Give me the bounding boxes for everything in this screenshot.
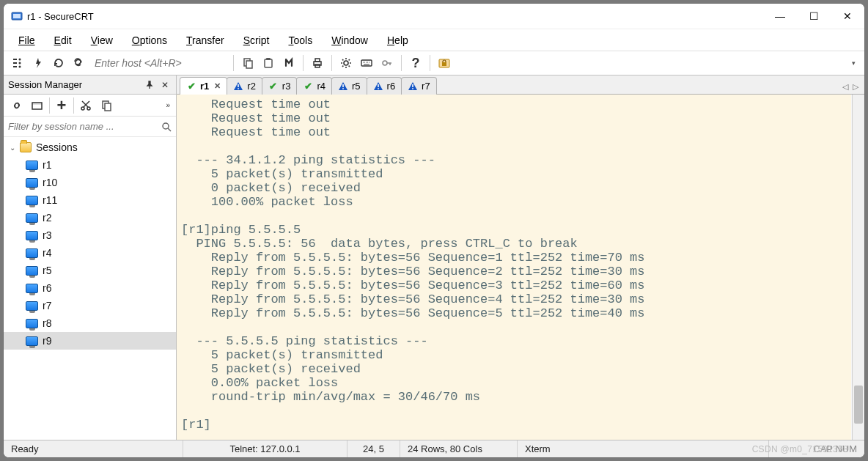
status-warn-icon: [338, 81, 348, 92]
tab-r7[interactable]: r7: [401, 77, 437, 95]
new-tab-icon[interactable]: [27, 96, 48, 115]
menu-help[interactable]: Help: [378, 32, 417, 48]
status-term-type: Xterm: [518, 440, 769, 457]
session-item-r11[interactable]: r11: [4, 191, 176, 209]
pin-icon[interactable]: [145, 81, 158, 89]
session-manager-icon[interactable]: [8, 54, 27, 73]
settings-icon[interactable]: [336, 54, 356, 73]
menu-window[interactable]: Window: [323, 32, 377, 48]
svg-point-14: [383, 61, 387, 65]
window-title: r1 - SecureCRT: [27, 11, 94, 22]
close-button[interactable]: ✕: [831, 4, 864, 29]
svg-rect-29: [378, 88, 379, 89]
collapse-icon[interactable]: ⌄: [8, 144, 17, 152]
panel-close-icon[interactable]: ✕: [158, 80, 172, 90]
monitor-icon: [26, 231, 38, 240]
monitor-icon: [26, 319, 38, 328]
menu-script[interactable]: Script: [235, 32, 279, 48]
tab-label: r5: [352, 81, 361, 92]
svg-point-19: [81, 107, 84, 110]
svg-point-20: [87, 107, 90, 110]
content-area: ✔r1✕r2✔r3✔r4r5r6r7 ◁ ▷ Request time out …: [177, 75, 864, 440]
tab-label: r7: [422, 81, 430, 92]
connect-in-tab-icon[interactable]: [70, 54, 89, 73]
cut-icon[interactable]: [76, 96, 96, 115]
menu-file[interactable]: File: [10, 32, 44, 48]
tab-strip: ✔r1✕r2✔r3✔r4r5r6r7 ◁ ▷: [177, 75, 864, 95]
session-item-r5[interactable]: r5: [4, 262, 176, 279]
tab-scroll-right-icon[interactable]: ▷: [853, 82, 858, 92]
session-item-r3[interactable]: r3: [4, 226, 176, 244]
tab-r3[interactable]: ✔r3: [262, 77, 298, 95]
menu-tools[interactable]: Tools: [279, 32, 321, 48]
menu-edit[interactable]: Edit: [45, 32, 81, 48]
session-label: r7: [41, 300, 51, 311]
lock-session-icon[interactable]: [435, 54, 454, 73]
maximize-button[interactable]: ☐: [797, 4, 831, 29]
terminal-output[interactable]: Request time out Request time out Reques…: [177, 95, 851, 440]
scrollbar-thumb[interactable]: [854, 386, 863, 424]
tab-scroll-left-icon[interactable]: ◁: [842, 82, 848, 92]
session-item-r2[interactable]: r2: [4, 209, 176, 226]
session-overflow-icon[interactable]: »: [163, 101, 173, 109]
tree-root[interactable]: ⌄ Sessions: [4, 139, 176, 156]
monitor-icon: [26, 336, 38, 346]
session-item-r4[interactable]: r4: [4, 244, 176, 262]
tab-r4[interactable]: ✔r4: [296, 77, 332, 95]
vertical-scrollbar[interactable]: [852, 95, 864, 440]
svg-rect-16: [442, 62, 446, 66]
session-item-r1[interactable]: r1: [4, 156, 176, 174]
key-icon[interactable]: [378, 54, 397, 73]
session-item-r8[interactable]: r8: [4, 314, 176, 332]
toolbar: ? ▾: [4, 51, 864, 75]
svg-rect-13: [361, 60, 372, 66]
monitor-icon: [26, 284, 38, 293]
search-icon[interactable]: [161, 122, 172, 132]
tab-r5[interactable]: r5: [331, 77, 367, 95]
toolbar-overflow-icon[interactable]: ▾: [850, 59, 860, 67]
menu-view[interactable]: View: [82, 32, 122, 48]
print-icon[interactable]: [308, 54, 327, 73]
session-item-r9[interactable]: r9: [4, 332, 176, 350]
svg-rect-10: [315, 59, 320, 62]
help-icon[interactable]: ?: [406, 54, 425, 73]
session-label: r10: [41, 177, 57, 188]
keyboard-icon[interactable]: [357, 54, 376, 73]
session-item-r7[interactable]: r7: [4, 297, 176, 314]
session-item-r6[interactable]: r6: [4, 279, 176, 297]
new-session-icon[interactable]: +: [51, 96, 72, 115]
quick-connect-icon[interactable]: [29, 54, 48, 73]
tab-r1[interactable]: ✔r1✕: [180, 77, 227, 95]
session-label: r6: [41, 282, 51, 294]
svg-point-3: [19, 62, 21, 64]
session-item-r10[interactable]: r10: [4, 174, 176, 191]
session-label: r8: [41, 317, 51, 329]
find-icon[interactable]: [279, 54, 298, 73]
title-bar[interactable]: r1 - SecureCRT — ☐ ✕: [4, 4, 864, 29]
filter-input[interactable]: [8, 121, 161, 132]
tab-r6[interactable]: r6: [367, 77, 402, 95]
session-label: r3: [41, 229, 51, 241]
minimize-button[interactable]: —: [763, 4, 797, 29]
session-tree[interactable]: ⌄ Sessions r1r10r11r2r3r4r5r6r7r8r9: [4, 137, 176, 440]
host-input[interactable]: [90, 54, 229, 72]
paste-icon[interactable]: [259, 54, 278, 73]
copy-session-icon[interactable]: [96, 96, 117, 115]
menu-options[interactable]: Options: [123, 32, 176, 48]
status-ok-icon: ✔: [268, 81, 279, 92]
session-label: r11: [41, 194, 57, 206]
tab-label: r4: [317, 81, 326, 92]
menu-transfer[interactable]: Transfer: [177, 32, 233, 48]
link-icon[interactable]: [7, 96, 27, 115]
tab-close-icon[interactable]: ✕: [214, 81, 221, 91]
copy-icon[interactable]: [238, 54, 257, 73]
reconnect-icon[interactable]: [49, 54, 68, 73]
panel-header[interactable]: Session Manager ✕: [4, 75, 176, 95]
filter-row: [4, 117, 176, 137]
session-manager-panel: Session Manager ✕ + » ⌄: [4, 75, 177, 440]
status-cursor-pos: 24, 5: [347, 440, 400, 457]
status-bar: Ready Telnet: 127.0.0.1 24, 5 24 Rows, 8…: [4, 440, 864, 457]
svg-rect-26: [342, 84, 344, 87]
svg-rect-8: [266, 58, 271, 60]
tab-r2[interactable]: r2: [227, 77, 262, 95]
